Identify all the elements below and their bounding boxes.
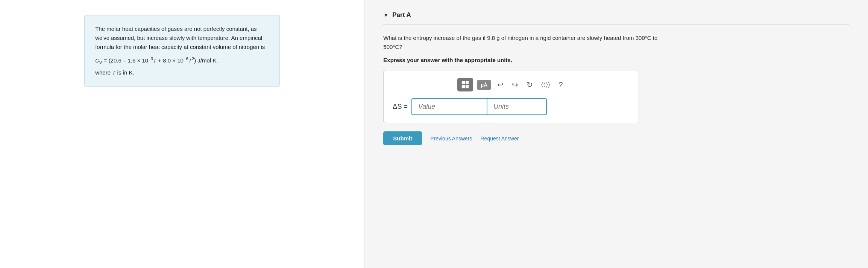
value-input[interactable] bbox=[411, 98, 487, 115]
page-wrapper: The molar heat capacities of gases are n… bbox=[0, 0, 868, 268]
context-formula-line: CV = (20.6 – 1.6 × 10−3T + 8.0 × 10−6T2)… bbox=[95, 55, 269, 66]
part-title: Part A bbox=[392, 11, 411, 19]
submit-button[interactable]: Submit bbox=[383, 131, 422, 145]
svg-rect-2 bbox=[462, 85, 465, 88]
template-button[interactable] bbox=[457, 78, 473, 91]
keyboard-button[interactable]: 〈〈〉〉 bbox=[539, 79, 552, 90]
bottom-actions: Submit Previous Answers Request Answer bbox=[383, 131, 849, 145]
undo-button[interactable]: ↩ bbox=[495, 79, 506, 91]
svg-rect-0 bbox=[462, 81, 465, 84]
units-button[interactable]: μÅ bbox=[477, 80, 491, 90]
units-input[interactable] bbox=[487, 98, 547, 115]
reset-button[interactable]: ↻ bbox=[524, 79, 535, 91]
collapse-chevron[interactable]: ▼ bbox=[383, 12, 388, 18]
instruction-text: Express your answer with the appropriate… bbox=[383, 57, 849, 63]
question-text: What is the entropy increase of the gas … bbox=[383, 34, 677, 52]
right-panel: ▼ Part A What is the entropy increase of… bbox=[364, 0, 868, 268]
request-answer-button[interactable]: Request Answer bbox=[480, 136, 519, 142]
context-box: The molar heat capacities of gases are n… bbox=[84, 15, 280, 87]
svg-rect-3 bbox=[466, 85, 469, 88]
cv-label: CV = (20.6 – 1.6 × 10−3T + 8.0 × 10−6T2)… bbox=[95, 57, 218, 64]
svg-rect-1 bbox=[466, 81, 469, 84]
template-icon bbox=[461, 81, 469, 89]
part-header: ▼ Part A bbox=[383, 11, 849, 24]
previous-answers-button[interactable]: Previous Answers bbox=[430, 136, 472, 142]
help-button[interactable]: ? bbox=[556, 79, 565, 91]
left-panel: The molar heat capacities of gases are n… bbox=[0, 0, 364, 268]
context-text-2: where T is in K. bbox=[95, 68, 269, 77]
context-text-1: The molar heat capacities of gases are n… bbox=[95, 24, 269, 52]
delta-s-label: ΔS = bbox=[393, 103, 408, 111]
input-row: ΔS = bbox=[393, 98, 630, 115]
redo-button[interactable]: ↪ bbox=[510, 79, 520, 91]
toolbar: μÅ ↩ ↪ ↻ 〈〈〉〉 ? bbox=[393, 78, 630, 91]
answer-container: μÅ ↩ ↪ ↻ 〈〈〉〉 ? ΔS = bbox=[383, 70, 639, 123]
